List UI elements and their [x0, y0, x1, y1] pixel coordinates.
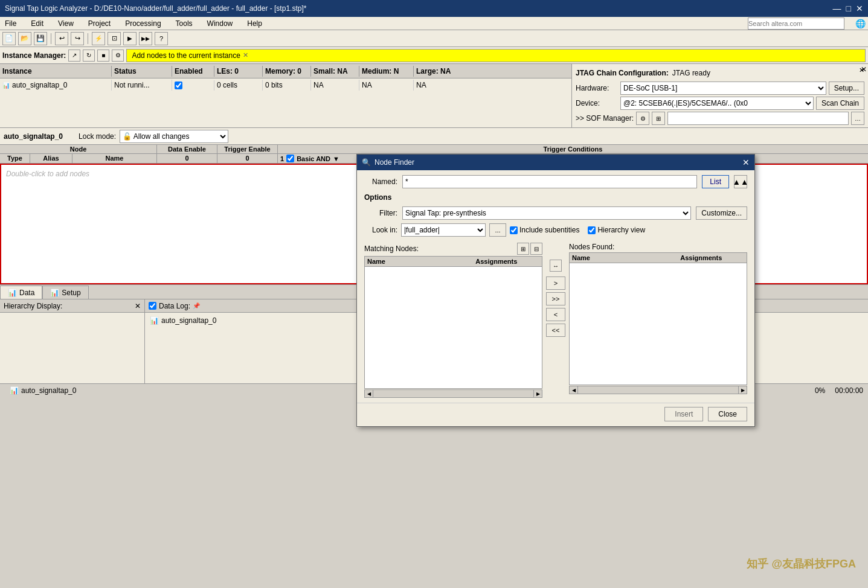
- redo-btn[interactable]: ↪: [71, 32, 84, 45]
- instance-table-area: Instance Status Enabled LEs: 0 Memory: 0…: [0, 64, 572, 127]
- menu-processing[interactable]: Processing: [123, 19, 163, 28]
- matching-nodes-controls: ⊞ ⊟: [517, 243, 542, 255]
- tab-data-label: Data: [19, 289, 34, 297]
- h-scroll-right[interactable]: ▶: [533, 390, 542, 397]
- node-col-trigger-cond-header: Trigger Conditions: [278, 145, 868, 153]
- sub-data-header: 0: [157, 154, 217, 163]
- found-h-scroll-right[interactable]: ▶: [738, 386, 747, 394]
- jtag-panel: ✕ JTAG Chain Configuration: JTAG ready ✕…: [572, 64, 868, 127]
- found-hscrollbar[interactable]: ◀ ▶: [569, 386, 747, 394]
- im-btn-refresh[interactable]: ↻: [83, 50, 95, 62]
- pin-button[interactable]: ↔: [550, 260, 562, 272]
- dialog-close-btn[interactable]: ✕: [742, 158, 750, 167]
- menu-tools[interactable]: Tools: [173, 19, 195, 28]
- browse-button[interactable]: ...: [489, 223, 506, 237]
- trigger-cond-checkbox[interactable]: [286, 155, 294, 162]
- sof-more-btn[interactable]: …: [851, 112, 864, 125]
- h-scroll-left[interactable]: ◀: [365, 390, 373, 397]
- setup-button[interactable]: Setup...: [829, 81, 864, 95]
- transfer-right-all-btn[interactable]: >>: [546, 292, 565, 305]
- menu-project[interactable]: Project: [86, 19, 113, 28]
- close-button[interactable]: ✕: [856, 4, 863, 13]
- im-btn-arrow[interactable]: ↗: [68, 50, 80, 62]
- tab-setup-label: Setup: [62, 289, 80, 297]
- menu-help[interactable]: Help: [245, 19, 265, 28]
- matching-nodes-title: Matching Nodes: ⊞ ⊟: [364, 243, 542, 255]
- instance-enabled-checkbox[interactable]: [175, 81, 182, 89]
- sub-alias-header: Alias: [30, 154, 72, 163]
- sof-icon-btn-1[interactable]: ⚙: [636, 112, 649, 125]
- data-log-item-name: auto_signaltap_0: [161, 316, 216, 325]
- hierarchy-view-label[interactable]: Hierarchy view: [588, 226, 645, 234]
- matching-pin-btn-1[interactable]: ⊞: [517, 243, 529, 255]
- sof-icon-btn-2[interactable]: ⊞: [652, 112, 665, 125]
- transfer-right-btn[interactable]: >: [546, 276, 565, 290]
- device-row: Device: @2: 5CSEBA6(.|ES)/5CSEMA6/.. (0x…: [576, 97, 864, 110]
- lock-mode-label: Lock mode:: [79, 132, 116, 141]
- customize-button[interactable]: Customize...: [696, 206, 747, 220]
- hardware-combo[interactable]: DE-SoC [USB-1]: [620, 81, 826, 95]
- menu-view[interactable]: View: [56, 19, 76, 28]
- lock-mode-combo[interactable]: 🔓 Allow all changes: [120, 130, 228, 143]
- nodes-found-body[interactable]: [570, 263, 747, 385]
- tab-data[interactable]: 📊 Data: [0, 286, 42, 299]
- lookin-combo[interactable]: |full_adder|: [401, 223, 486, 237]
- jtag-title: JTAG Chain Configuration:: [576, 69, 669, 77]
- include-sub-label[interactable]: Include subentities: [510, 226, 579, 234]
- minimize-button[interactable]: —: [833, 4, 841, 13]
- open-btn[interactable]: 📂: [18, 32, 31, 45]
- run-btn[interactable]: ⚡: [92, 32, 105, 45]
- stop-btn[interactable]: ⊡: [108, 32, 121, 45]
- data-log-checkbox[interactable]: [149, 302, 156, 310]
- instance-small-cell: NA: [311, 80, 359, 91]
- tab-setup[interactable]: 📊 Setup: [42, 286, 88, 299]
- hierarchy-close-btn[interactable]: ✕: [135, 302, 141, 310]
- sof-input[interactable]: [667, 112, 849, 125]
- help-btn[interactable]: ?: [155, 32, 168, 45]
- transfer-left-btn[interactable]: <: [546, 308, 565, 321]
- toolbar: 📄 📂 💾 ↩ ↪ ⚡ ⊡ ▶ ▶▶ ?: [0, 30, 868, 47]
- jtag-panel-close[interactable]: ✕: [859, 66, 864, 74]
- save-btn[interactable]: 💾: [34, 32, 47, 45]
- menu-window[interactable]: Window: [205, 19, 236, 28]
- maximize-button[interactable]: □: [846, 4, 851, 13]
- device-combo[interactable]: @2: 5CSEBA6(.|ES)/5CSEMA6/.. (0x0: [620, 97, 814, 110]
- trigger-cond-dropdown[interactable]: ▼: [333, 155, 339, 162]
- menu-file[interactable]: File: [2, 19, 19, 28]
- instance-status-cell: Not runni...: [112, 80, 172, 91]
- undo-btn[interactable]: ↩: [55, 32, 68, 45]
- matching-nodes-body[interactable]: [365, 267, 542, 388]
- matching-pin-btn-2[interactable]: ⊟: [530, 243, 542, 255]
- menu-edit[interactable]: Edit: [28, 19, 46, 28]
- instance-les-cell: 0 cells: [214, 80, 263, 91]
- trigger-cond-type: Basic AND: [297, 155, 330, 162]
- new-btn[interactable]: 📄: [2, 32, 16, 45]
- banner-close-btn[interactable]: ✕: [243, 51, 248, 59]
- app-title: Signal Tap Logic Analyzer - D:/DE10-Nano…: [5, 4, 306, 13]
- node-finder-dialog: 🔍 Node Finder ✕ Named: List ▲▲ Options: [356, 154, 755, 397]
- search-input[interactable]: [748, 18, 844, 30]
- transfer-left-all-btn[interactable]: <<: [546, 324, 565, 337]
- scan-chain-button[interactable]: Scan Chain: [816, 97, 864, 110]
- include-sub-checkbox[interactable]: [510, 226, 518, 234]
- autorun-btn[interactable]: ▶▶: [139, 32, 152, 45]
- instance-table-header: Instance Status Enabled LEs: 0 Memory: 0…: [0, 64, 571, 78]
- options-label: Options: [364, 193, 747, 202]
- up-arrow-button[interactable]: ▲▲: [734, 175, 747, 188]
- hierarchy-view-checkbox[interactable]: [588, 226, 596, 234]
- step-btn[interactable]: ▶: [123, 32, 137, 45]
- node-col-trigger-header: Trigger Enable: [217, 145, 278, 153]
- named-input[interactable]: [402, 175, 697, 188]
- found-table-header: Name Assignments: [570, 253, 747, 263]
- found-h-scroll-left[interactable]: ◀: [570, 386, 578, 394]
- col-les-header: LEs: 0: [214, 66, 263, 77]
- matching-nodes-label: Matching Nodes:: [364, 244, 419, 253]
- add-nodes-text: Add nodes to the current instance: [132, 51, 240, 60]
- filter-combo[interactable]: Signal Tap: pre-synthesis: [402, 206, 691, 220]
- im-btn-stop[interactable]: ■: [97, 50, 109, 62]
- im-btn-config[interactable]: ⚙: [112, 50, 124, 62]
- instance-large-cell: NA: [414, 80, 462, 91]
- matching-hscrollbar[interactable]: ◀ ▶: [364, 389, 542, 397]
- list-button[interactable]: List: [702, 175, 729, 188]
- tab-data-icon: 📊: [8, 289, 17, 297]
